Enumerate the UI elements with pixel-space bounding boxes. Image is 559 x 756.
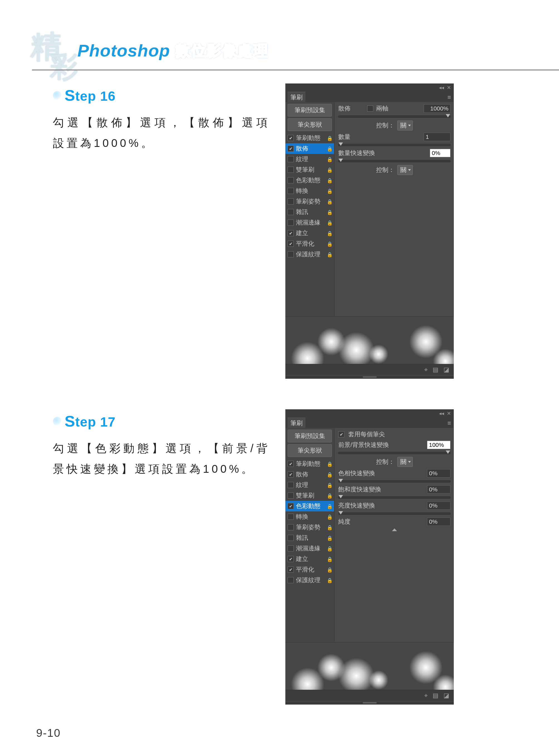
checkbox-icon[interactable]: ✔	[288, 145, 294, 152]
both-axes-checkbox[interactable]	[367, 106, 373, 112]
sidebar-item[interactable]: 雜訊🔒	[285, 532, 334, 543]
checkbox-icon[interactable]	[288, 577, 294, 583]
lock-icon[interactable]: 🔒	[327, 567, 332, 572]
sidebar-item[interactable]: ✔建立🔒	[285, 228, 334, 238]
checkbox-icon[interactable]	[288, 514, 294, 520]
lock-icon[interactable]: 🔒	[327, 535, 332, 540]
lock-icon[interactable]: 🔒	[327, 504, 332, 509]
checkbox-icon[interactable]: ✔	[288, 461, 294, 467]
count-slider[interactable]	[338, 144, 450, 146]
brush-tab[interactable]: 筆刷	[288, 418, 306, 428]
lock-icon[interactable]: 🔒	[327, 188, 332, 193]
toggle-preview-icon[interactable]: ⌖	[424, 692, 428, 699]
checkbox-icon[interactable]: ✔	[288, 471, 294, 478]
checkbox-icon[interactable]	[288, 251, 294, 257]
brush-tip-shape-button[interactable]: 筆尖形狀	[288, 118, 332, 131]
sidebar-item[interactable]: 筆刷姿勢🔒	[285, 196, 334, 207]
sidebar-item[interactable]: ✔筆刷動態🔒	[285, 459, 334, 469]
lock-icon[interactable]: 🔒	[327, 252, 332, 257]
sidebar-item[interactable]: 潮濕邊緣🔒	[285, 543, 334, 554]
count-jitter-field[interactable]: 0%	[430, 149, 450, 157]
sidebar-item[interactable]: 轉換🔒	[285, 511, 334, 522]
collapse-icon[interactable]: ◂◂	[439, 85, 444, 91]
sidebar-item[interactable]: 雙筆刷🔒	[285, 164, 334, 175]
lock-icon[interactable]: 🔒	[327, 167, 332, 172]
page-icon[interactable]: ◪	[444, 692, 449, 699]
lock-icon[interactable]: 🔒	[327, 546, 332, 551]
panel-resize-handle[interactable]	[285, 701, 454, 705]
lock-icon[interactable]: 🔒	[327, 461, 332, 466]
lock-icon[interactable]: 🔒	[327, 514, 332, 519]
sat-field[interactable]: 0%	[427, 485, 450, 494]
lock-icon[interactable]: 🔒	[327, 482, 332, 487]
lock-icon[interactable]: 🔒	[327, 578, 332, 583]
panel-menu-icon[interactable]: ≡	[445, 418, 454, 428]
sidebar-item[interactable]: 筆刷姿勢🔒	[285, 522, 334, 532]
sidebar-item[interactable]: 雙筆刷🔒	[285, 490, 334, 501]
brush-tab[interactable]: 筆刷	[288, 92, 306, 102]
sidebar-item[interactable]: ✔散佈🔒	[285, 469, 334, 480]
checkbox-icon[interactable]: ✔	[288, 556, 294, 562]
checkbox-icon[interactable]	[288, 482, 294, 488]
page-icon[interactable]: ◪	[444, 366, 449, 373]
scatter-slider[interactable]	[338, 115, 450, 118]
sidebar-item[interactable]: ✔平滑化🔒	[285, 238, 334, 249]
new-doc-icon[interactable]: ▤	[432, 366, 439, 373]
panel-resize-handle[interactable]	[285, 375, 454, 379]
hue-field[interactable]: 0%	[427, 469, 450, 478]
lock-icon[interactable]: 🔒	[327, 220, 332, 225]
sidebar-item[interactable]: 保護紋理🔒	[285, 249, 334, 259]
lock-icon[interactable]: 🔒	[327, 146, 332, 151]
sidebar-item[interactable]: 雜訊🔒	[285, 207, 334, 217]
checkbox-icon[interactable]: ✔	[288, 135, 294, 141]
new-doc-icon[interactable]: ▤	[432, 692, 439, 699]
lock-icon[interactable]: 🔒	[327, 231, 332, 236]
checkbox-icon[interactable]: ✔	[288, 503, 294, 509]
checkbox-icon[interactable]	[288, 535, 294, 541]
sat-slider[interactable]	[338, 497, 450, 499]
checkbox-icon[interactable]	[288, 199, 294, 205]
sidebar-item[interactable]: ✔色彩動態🔒	[285, 501, 334, 511]
sidebar-item[interactable]: 轉換🔒	[285, 186, 334, 196]
lock-icon[interactable]: 🔒	[327, 199, 332, 204]
checkbox-icon[interactable]	[288, 492, 294, 499]
checkbox-icon[interactable]	[288, 524, 294, 530]
fgbg-slider[interactable]	[338, 452, 450, 454]
collapse-icon[interactable]: ◂◂	[439, 410, 444, 416]
sidebar-item[interactable]: ✔筆刷動態🔒	[285, 133, 334, 143]
scatter-field[interactable]: 1000%	[424, 104, 450, 113]
toggle-preview-icon[interactable]: ⌖	[424, 366, 428, 373]
checkbox-icon[interactable]	[288, 545, 294, 551]
control-dropdown[interactable]: 關	[397, 457, 413, 467]
lock-icon[interactable]: 🔒	[327, 241, 332, 246]
panel-titlebar[interactable]: ◂◂ ✕	[285, 409, 454, 418]
lock-icon[interactable]: 🔒	[327, 209, 332, 214]
sidebar-item[interactable]: 色彩動態🔒	[285, 175, 334, 186]
lock-icon[interactable]: 🔒	[327, 136, 332, 140]
sidebar-item[interactable]: ✔建立🔒	[285, 554, 334, 564]
checkbox-icon[interactable]	[288, 156, 294, 162]
brush-tip-shape-button[interactable]: 筆尖形狀	[288, 444, 332, 457]
fgbg-field[interactable]: 100%	[427, 441, 450, 449]
apply-per-tip-checkbox[interactable]: ✔	[338, 431, 344, 437]
checkbox-icon[interactable]: ✔	[288, 230, 294, 236]
lock-icon[interactable]: 🔒	[327, 157, 332, 162]
checkbox-icon[interactable]: ✔	[288, 567, 294, 573]
checkbox-icon[interactable]	[288, 209, 294, 215]
hue-slider[interactable]	[338, 480, 450, 482]
control2-dropdown[interactable]: 關	[397, 165, 413, 175]
checkbox-icon[interactable]	[288, 220, 294, 226]
lock-icon[interactable]: 🔒	[327, 178, 332, 183]
count-jitter-slider[interactable]	[338, 160, 450, 162]
control-dropdown[interactable]: 關	[397, 120, 413, 131]
purity-field[interactable]: 0%	[427, 518, 450, 526]
sidebar-item[interactable]: ✔散佈🔒	[285, 143, 334, 154]
sidebar-item[interactable]: ✔平滑化🔒	[285, 564, 334, 575]
brush-presets-button[interactable]: 筆刷預設集	[288, 430, 332, 442]
panel-titlebar[interactable]: ◂◂ ✕	[285, 84, 454, 92]
checkbox-icon[interactable]	[288, 167, 294, 173]
brush-presets-button[interactable]: 筆刷預設集	[288, 104, 332, 117]
checkbox-icon[interactable]: ✔	[288, 241, 294, 247]
purity-slider[interactable]	[338, 528, 450, 531]
bri-field[interactable]: 0%	[427, 501, 450, 510]
